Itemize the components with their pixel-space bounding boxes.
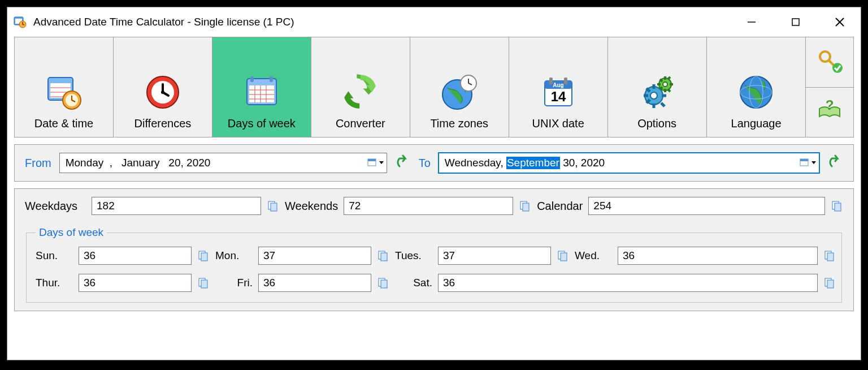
gears-icon — [637, 72, 678, 113]
clock-icon — [142, 72, 183, 113]
copy-thu-button[interactable] — [197, 277, 210, 289]
app-window: Advanced Date Time Calculator - Single l… — [7, 7, 861, 360]
days-of-week-group: Days of week Sun. 36 Mon. 37 Tues. 37 We… — [26, 226, 842, 303]
days-of-week-legend: Days of week — [36, 226, 107, 239]
copy-weekends-button[interactable] — [519, 200, 531, 212]
to-date-before: Wednesday, — [445, 157, 506, 169]
fri-value[interactable]: 36 — [258, 274, 371, 292]
svg-rect-46 — [368, 159, 376, 161]
weekdays-label: Weekdays — [25, 200, 86, 213]
help-button[interactable]: ? — [806, 88, 853, 137]
svg-rect-62 — [827, 253, 834, 261]
wed-label: Wed. — [575, 249, 612, 262]
tab-label: Days of week — [228, 117, 296, 130]
weekdays-value[interactable]: 182 — [92, 197, 261, 215]
svg-text:?: ? — [826, 97, 834, 113]
svg-rect-54 — [835, 203, 841, 211]
results-panel: Weekdays 182 Weekends 72 Calendar 254 Da… — [14, 188, 854, 311]
svg-rect-18 — [249, 85, 274, 102]
to-date-after: 30, 2020 — [560, 157, 605, 169]
calendar-date-icon: Aug 14 — [538, 72, 579, 113]
copy-fri-button[interactable] — [377, 277, 389, 289]
sun-label: Sun. — [36, 249, 73, 262]
calendar-icon — [241, 72, 282, 113]
tab-date-time[interactable]: Date & time — [15, 37, 114, 137]
from-label: From — [25, 157, 51, 170]
globe-clock-icon — [439, 72, 480, 113]
svg-rect-25 — [250, 76, 254, 82]
tab-days-of-week[interactable]: Days of week — [212, 37, 311, 137]
to-date-input[interactable]: Wednesday, September 30, 2020 — [439, 153, 819, 173]
copy-mon-button[interactable] — [377, 249, 389, 262]
copy-wed-button[interactable] — [823, 249, 836, 262]
thu-value[interactable]: 36 — [79, 274, 192, 292]
to-label: To — [419, 157, 431, 170]
svg-rect-56 — [201, 253, 207, 261]
svg-point-43 — [832, 63, 843, 73]
tab-language[interactable]: Language — [707, 37, 806, 137]
svg-text:14: 14 — [550, 89, 566, 104]
mon-label: Mon. — [215, 249, 253, 262]
window-title: Advanced Date Time Calculator - Single l… — [33, 16, 294, 28]
svg-rect-64 — [201, 280, 207, 288]
svg-rect-66 — [381, 280, 387, 288]
calendar-clock-icon — [44, 72, 84, 113]
maximize-button[interactable] — [787, 14, 804, 31]
to-date-highlight: September — [506, 157, 560, 169]
svg-rect-33 — [549, 78, 553, 84]
undo-to-button[interactable] — [827, 154, 843, 172]
tab-label: Time zones — [430, 117, 488, 130]
svg-rect-26 — [270, 76, 273, 82]
tab-time-zones[interactable]: Time zones — [410, 37, 509, 137]
sat-label: Sat. — [395, 277, 432, 289]
tab-options[interactable]: Options — [608, 37, 707, 137]
close-button[interactable] — [831, 14, 848, 31]
tab-label: UNIX date — [532, 117, 584, 130]
tab-label: Converter — [336, 117, 385, 130]
svg-rect-58 — [381, 253, 387, 261]
key-check-icon — [816, 48, 843, 77]
tab-label: Language — [731, 117, 782, 130]
from-date-value: Monday , January 20, 2020 — [66, 157, 211, 169]
app-icon — [13, 15, 27, 29]
tab-label: Date & time — [34, 117, 93, 130]
weekends-value[interactable]: 72 — [344, 197, 513, 215]
thu-label: Thur. — [36, 277, 73, 289]
calendar-dropdown-icon[interactable] — [367, 158, 384, 168]
tab-unix-date[interactable]: Aug 14 UNIX date — [509, 37, 608, 137]
calendar-value[interactable]: 254 — [588, 197, 825, 215]
svg-point-36 — [650, 92, 657, 99]
main-toolbar: Date & time Differences — [14, 37, 854, 137]
tab-label: Differences — [134, 117, 192, 130]
license-key-button[interactable] — [806, 37, 853, 88]
svg-rect-68 — [827, 280, 834, 288]
mon-value[interactable]: 37 — [258, 247, 371, 265]
from-date-input[interactable]: Monday , January 20, 2020 — [59, 153, 387, 173]
svg-rect-60 — [561, 253, 567, 261]
wed-value[interactable]: 36 — [618, 247, 818, 265]
minimize-button[interactable] — [743, 14, 760, 31]
svg-rect-48 — [800, 159, 808, 161]
tab-label: Options — [637, 117, 676, 130]
tue-label: Tues. — [395, 249, 432, 262]
tab-differences[interactable]: Differences — [114, 37, 212, 137]
recycle-arrows-icon — [340, 72, 381, 113]
copy-tue-button[interactable] — [557, 249, 569, 262]
copy-sun-button[interactable] — [197, 249, 210, 262]
copy-weekdays-button[interactable] — [267, 200, 279, 212]
fri-label: Fri. — [215, 277, 253, 289]
weekends-label: Weekends — [285, 200, 338, 213]
sat-value[interactable]: 36 — [438, 274, 818, 292]
svg-rect-34 — [564, 78, 567, 84]
svg-rect-4 — [792, 19, 799, 25]
calendar-dropdown-icon[interactable] — [800, 158, 817, 168]
copy-calendar-button[interactable] — [831, 200, 843, 212]
tue-value[interactable]: 37 — [438, 247, 551, 265]
sun-value[interactable]: 36 — [79, 247, 192, 265]
svg-point-38 — [663, 82, 667, 87]
copy-sat-button[interactable] — [823, 277, 836, 289]
undo-from-button[interactable] — [395, 154, 411, 172]
tab-converter[interactable]: Converter — [311, 37, 410, 137]
titlebar: Advanced Date Time Calculator - Single l… — [7, 7, 861, 37]
help-book-icon: ? — [816, 97, 843, 127]
